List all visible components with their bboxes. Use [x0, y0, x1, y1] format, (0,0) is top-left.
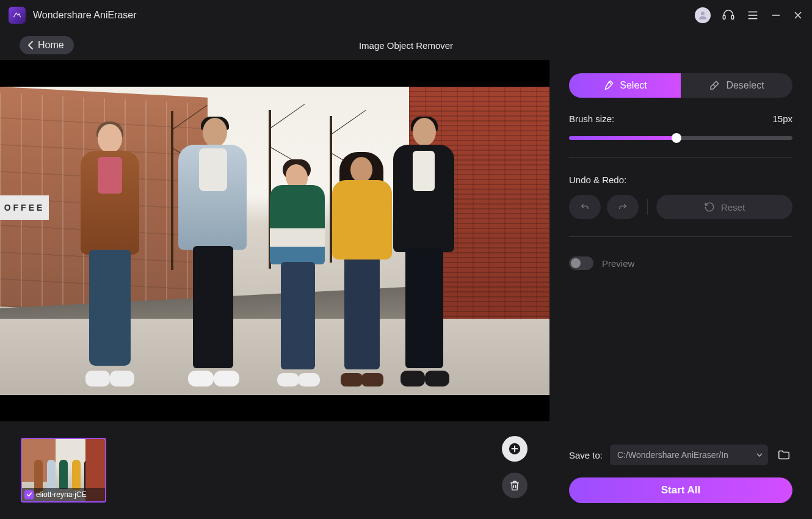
deselect-label: Deselect — [726, 80, 764, 91]
save-to-label: Save to: — [569, 450, 603, 460]
select-mode-button[interactable]: Select — [569, 73, 681, 98]
user-avatar[interactable] — [695, 7, 711, 23]
trash-icon — [509, 479, 521, 492]
redo-icon — [617, 201, 628, 212]
tools-panel: Select Deselect Brush size: 15px Undo & … — [549, 60, 812, 519]
delete-image-button[interactable] — [502, 473, 527, 498]
home-button[interactable]: Home — [20, 36, 74, 54]
sub-header: Home Image Object Remover — [0, 31, 812, 60]
mode-toggle: Select Deselect — [569, 73, 792, 98]
app-logo — [9, 7, 26, 24]
brush-icon — [603, 80, 614, 91]
scene-sign: OFFEE — [0, 195, 49, 220]
svg-point-0 — [701, 12, 705, 15]
svg-rect-2 — [731, 15, 734, 19]
preview-label: Preview — [602, 258, 634, 269]
support-icon[interactable] — [722, 9, 735, 22]
app-title: Wondershare AniEraser — [33, 10, 137, 21]
undo-icon — [579, 201, 590, 212]
editor-area: OFFEE eliott-reyna-jCE — [0, 60, 549, 519]
browse-folder-button[interactable] — [775, 446, 792, 463]
home-label: Home — [38, 40, 64, 51]
undo-button[interactable] — [569, 195, 601, 219]
page-title: Image Object Remover — [359, 40, 453, 51]
brush-size-label: Brush size: — [569, 114, 614, 124]
window-minimize[interactable] — [770, 10, 781, 21]
save-path-select[interactable]: C:/Wondershare AniEraser/In — [610, 445, 768, 465]
thumbnail-filename: eliott-reyna-jCE — [36, 490, 87, 499]
deselect-mode-button[interactable]: Deselect — [681, 73, 792, 98]
chevron-down-icon — [756, 451, 763, 459]
thumbnail-check-icon[interactable] — [24, 490, 34, 499]
menu-icon[interactable] — [746, 9, 759, 22]
brush-size-slider[interactable] — [569, 136, 792, 140]
title-bar: Wondershare AniEraser — [0, 0, 812, 31]
start-all-label: Start All — [661, 484, 701, 496]
eraser-icon — [709, 80, 720, 91]
slider-thumb[interactable] — [672, 133, 681, 143]
thumbnail-strip: eliott-reyna-jCE — [0, 421, 549, 519]
add-image-button[interactable] — [502, 436, 527, 462]
undo-redo-label: Undo & Redo: — [569, 175, 626, 185]
preview-image: OFFEE — [0, 87, 549, 395]
svg-line-14 — [713, 84, 716, 87]
image-canvas[interactable]: OFFEE — [0, 60, 549, 421]
start-all-button[interactable]: Start All — [569, 477, 792, 503]
brush-size-value: 15px — [772, 114, 792, 124]
preview-toggle[interactable] — [569, 256, 593, 270]
reset-label: Reset — [721, 202, 745, 212]
thumbnail-item[interactable]: eliott-reyna-jCE — [21, 438, 106, 503]
plus-icon — [508, 442, 521, 455]
redo-button[interactable] — [607, 195, 639, 219]
chevron-left-icon — [27, 41, 34, 49]
select-label: Select — [620, 80, 647, 91]
save-path-value: C:/Wondershare AniEraser/In — [617, 450, 728, 460]
reset-button[interactable]: Reset — [656, 195, 792, 219]
svg-rect-1 — [723, 15, 725, 19]
window-close[interactable] — [792, 10, 803, 21]
folder-icon — [777, 448, 791, 462]
reset-icon — [704, 201, 715, 212]
